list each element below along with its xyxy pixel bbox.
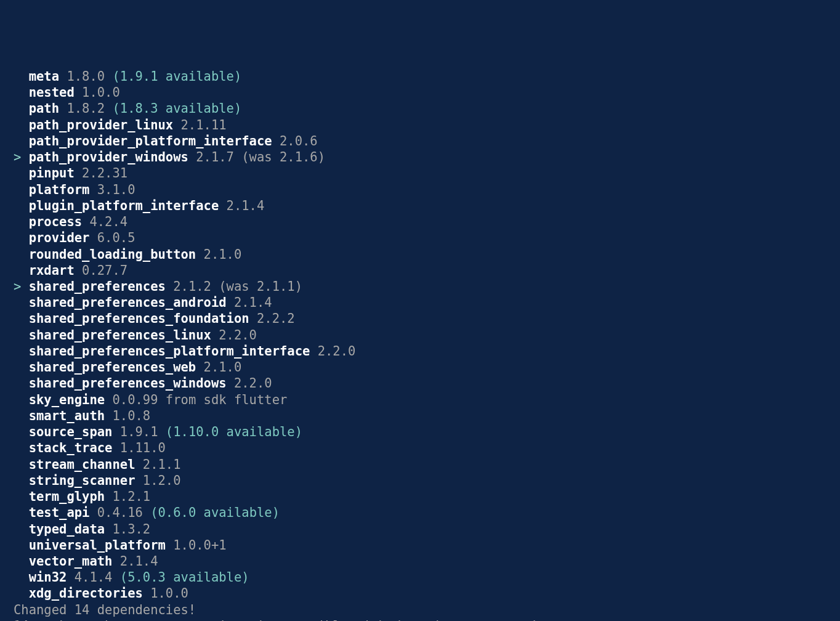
- package-line: vector_math 2.1.4: [0, 553, 840, 569]
- package-version: 6.0.5: [89, 230, 135, 245]
- line-prefix: [14, 505, 29, 520]
- package-version: 2.2.2: [249, 311, 295, 326]
- package-name: term_glyph: [29, 489, 105, 504]
- package-name: shared_preferences_platform_interface: [29, 344, 310, 359]
- package-name: plugin_platform_interface: [29, 198, 219, 213]
- package-name: typed_data: [29, 522, 105, 537]
- package-line: path_provider_linux 2.1.11: [0, 117, 840, 133]
- package-line: shared_preferences_windows 2.2.0: [0, 375, 840, 391]
- line-prefix: [14, 263, 29, 278]
- line-prefix: [14, 328, 29, 343]
- package-line: sky_engine 0.0.99 from sdk flutter: [0, 392, 840, 408]
- package-name: path_provider_linux: [29, 118, 174, 132]
- package-version: 0.0.99: [105, 392, 158, 407]
- line-prefix: >: [14, 150, 29, 164]
- package-name: win32: [29, 570, 67, 585]
- package-name: provider: [29, 230, 90, 245]
- package-line: process 4.2.4: [0, 214, 840, 230]
- package-name: shared_preferences_linux: [29, 328, 211, 343]
- package-name: universal_platform: [29, 538, 166, 553]
- package-version: 2.1.4: [112, 554, 158, 569]
- package-name: vector_math: [29, 554, 113, 569]
- package-line: pinput 2.2.31: [0, 165, 840, 181]
- package-name: rounded_loading_button: [29, 247, 196, 262]
- package-version: 1.3.2: [105, 522, 150, 537]
- line-prefix: [14, 230, 29, 245]
- package-available: (1.9.1 available): [105, 69, 241, 84]
- line-prefix: [14, 522, 29, 537]
- package-name: source_span: [29, 424, 113, 439]
- package-version: 2.1.4: [227, 295, 272, 310]
- line-prefix: [14, 440, 29, 455]
- terminal-output: meta 1.8.0 (1.9.1 available) nested 1.0.…: [0, 68, 840, 621]
- package-line: path_provider_platform_interface 2.0.6: [0, 133, 840, 149]
- package-version: 1.2.0: [135, 473, 180, 488]
- line-prefix: [14, 489, 29, 504]
- line-prefix: [14, 554, 29, 569]
- package-line: shared_preferences_platform_interface 2.…: [0, 343, 840, 359]
- package-line: path 1.8.2 (1.8.3 available): [0, 100, 840, 116]
- package-version: 1.0.8: [105, 408, 150, 423]
- line-prefix: [14, 392, 29, 407]
- package-name: platform: [29, 182, 90, 197]
- line-prefix: >: [14, 279, 29, 294]
- package-line: universal_platform 1.0.0+1: [0, 537, 840, 553]
- package-name: process: [29, 214, 82, 229]
- package-version: 0.4.16: [89, 505, 142, 520]
- package-line: term_glyph 1.2.1: [0, 489, 840, 505]
- package-version: 2.1.7: [188, 150, 234, 164]
- line-prefix: [14, 360, 29, 375]
- line-prefix: [14, 473, 29, 488]
- package-version: 2.1.4: [219, 198, 264, 213]
- package-version: 1.9.1: [112, 424, 158, 439]
- line-prefix: [14, 344, 29, 359]
- package-version: 4.2.4: [82, 214, 127, 229]
- package-version: 2.2.0: [227, 376, 272, 391]
- package-name: sky_engine: [29, 392, 105, 407]
- changed-count: Changed 14 dependencies!: [0, 602, 840, 618]
- package-from: from sdk flutter: [158, 392, 288, 407]
- line-prefix: [14, 85, 29, 100]
- line-prefix: [14, 457, 29, 472]
- package-line: typed_data 1.3.2: [0, 521, 840, 537]
- package-line: > shared_preferences 2.1.2 (was 2.1.1): [0, 278, 840, 294]
- package-line: platform 3.1.0: [0, 182, 840, 198]
- package-line: test_api 0.4.16 (0.6.0 available): [0, 505, 840, 521]
- package-line: > path_provider_windows 2.1.7 (was 2.1.6…: [0, 149, 840, 165]
- line-prefix: [14, 247, 29, 262]
- line-prefix: [14, 182, 29, 197]
- line-prefix: [14, 214, 29, 229]
- package-version: 2.1.0: [196, 360, 241, 375]
- line-prefix: [14, 311, 29, 326]
- package-name: shared_preferences_foundation: [29, 311, 249, 326]
- package-version: 1.0.0: [143, 586, 188, 601]
- package-line: plugin_platform_interface 2.1.4: [0, 198, 840, 214]
- package-version: 2.2.31: [75, 166, 127, 181]
- package-name: pinput: [29, 166, 75, 181]
- package-line: meta 1.8.0 (1.9.1 available): [0, 68, 840, 84]
- package-available: (5.0.3 available): [112, 570, 249, 585]
- package-line: smart_auth 1.0.8: [0, 408, 840, 424]
- package-available: (1.8.3 available): [105, 101, 241, 116]
- line-prefix: [14, 408, 29, 423]
- package-name: string_scanner: [29, 473, 135, 488]
- package-line: shared_preferences_linux 2.2.0: [0, 327, 840, 343]
- package-available: (0.6.0 available): [143, 505, 280, 520]
- package-name: path_provider_platform_interface: [29, 134, 272, 148]
- package-name: path: [29, 101, 59, 116]
- package-name: nested: [29, 85, 75, 100]
- package-available: (1.10.0 available): [158, 424, 303, 439]
- package-line: shared_preferences_foundation 2.2.2: [0, 310, 840, 327]
- package-version: 2.1.11: [173, 118, 226, 132]
- line-prefix: [14, 295, 29, 310]
- line-prefix: [14, 570, 29, 585]
- package-version: 2.1.1: [135, 457, 180, 472]
- package-version: 1.0.0+1: [166, 538, 227, 553]
- line-prefix: [14, 198, 29, 213]
- package-name: shared_preferences: [29, 279, 166, 294]
- package-name: shared_preferences_web: [29, 360, 196, 375]
- package-line: rounded_loading_button 2.1.0: [0, 246, 840, 262]
- package-name: meta: [29, 69, 59, 84]
- package-version: 0.27.7: [75, 263, 127, 278]
- package-line: stack_trace 1.11.0: [0, 440, 840, 456]
